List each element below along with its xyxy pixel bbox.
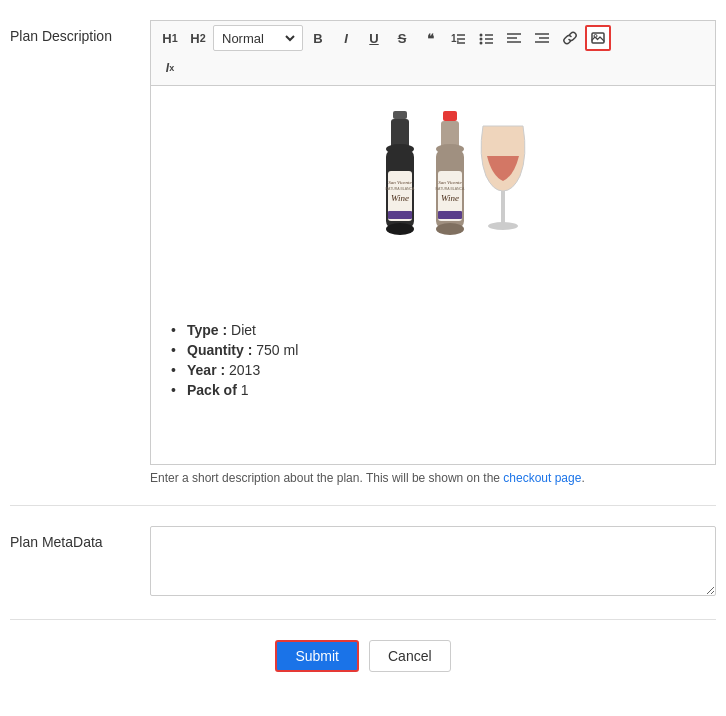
svg-rect-28	[443, 111, 457, 121]
blockquote-button[interactable]: ❝	[417, 25, 443, 51]
year-label: Year :	[187, 362, 229, 378]
underline-button[interactable]: U	[361, 25, 387, 51]
svg-text:NATURA BLANCA: NATURA BLANCA	[386, 187, 416, 191]
plan-description-row: Plan Description H1 H2 Normal Heading 1 …	[10, 20, 716, 485]
unordered-list-button[interactable]	[473, 25, 499, 51]
type-label: Type :	[187, 322, 231, 338]
svg-text:San Vicente: San Vicente	[388, 180, 412, 185]
plan-metadata-content	[150, 526, 716, 599]
strikethrough-button[interactable]: S	[389, 25, 415, 51]
svg-text:Wine: Wine	[441, 193, 459, 203]
svg-point-32	[436, 223, 464, 235]
helper-prefix: Enter a short description about the plan…	[150, 471, 503, 485]
plan-metadata-label: Plan MetaData	[10, 526, 150, 550]
type-value: Diet	[231, 322, 256, 338]
h2-button[interactable]: H2	[185, 25, 211, 51]
pack-value: 1	[241, 382, 249, 398]
action-buttons: Submit Cancel	[10, 640, 716, 672]
list-item-quantity: Quantity : 750 ml	[171, 342, 705, 358]
section-divider	[10, 505, 716, 506]
editor-content-area[interactable]: San Vicente NATURA BLANCA Wine	[150, 85, 716, 465]
italic-button[interactable]: I	[333, 25, 359, 51]
checkout-link[interactable]: checkout page	[503, 471, 581, 485]
plan-metadata-row: Plan MetaData	[10, 526, 716, 599]
svg-rect-27	[388, 211, 412, 219]
year-value: 2013	[229, 362, 260, 378]
image-button[interactable]	[585, 25, 611, 51]
format-select-wrapper[interactable]: Normal Heading 1 Heading 2 Heading 3	[213, 25, 303, 51]
quantity-label: Quantity :	[187, 342, 256, 358]
svg-text:San Vicente: San Vicente	[438, 180, 462, 185]
helper-suffix: .	[581, 471, 584, 485]
list-item-year: Year : 2013	[171, 362, 705, 378]
svg-point-22	[386, 223, 414, 235]
wine-image-container: San Vicente NATURA BLANCA Wine	[161, 96, 705, 306]
plan-metadata-input[interactable]	[150, 526, 716, 596]
svg-point-4	[480, 34, 483, 37]
action-divider	[10, 619, 716, 620]
product-details-list: Type : Diet Quantity : 750 ml Year : 201…	[161, 322, 705, 398]
link-button[interactable]	[557, 25, 583, 51]
svg-text:NATURA BLANCA: NATURA BLANCA	[436, 187, 466, 191]
cancel-button[interactable]: Cancel	[369, 640, 451, 672]
list-item-pack: Pack of 1	[171, 382, 705, 398]
plan-description-label: Plan Description	[10, 20, 150, 44]
svg-rect-38	[501, 191, 505, 226]
svg-rect-18	[393, 111, 407, 119]
quantity-value: 750 ml	[256, 342, 298, 358]
clear-format-button[interactable]: Ix	[157, 55, 183, 81]
helper-text: Enter a short description about the plan…	[150, 471, 716, 485]
svg-rect-37	[438, 211, 462, 219]
format-select[interactable]: Normal Heading 1 Heading 2 Heading 3	[218, 30, 298, 47]
align-right-button[interactable]	[529, 25, 555, 51]
h1-button[interactable]: H1	[157, 25, 183, 51]
submit-button[interactable]: Submit	[275, 640, 359, 672]
svg-point-8	[480, 42, 483, 45]
ordered-list-button[interactable]: 1.	[445, 25, 471, 51]
bold-button[interactable]: B	[305, 25, 331, 51]
svg-text:Wine: Wine	[391, 193, 409, 203]
wine-image: San Vicente NATURA BLANCA Wine	[333, 106, 533, 296]
editor-toolbar: H1 H2 Normal Heading 1 Heading 2 Heading…	[150, 20, 716, 85]
list-item-type: Type : Diet	[171, 322, 705, 338]
svg-point-6	[480, 38, 483, 41]
plan-description-editor: H1 H2 Normal Heading 1 Heading 2 Heading…	[150, 20, 716, 485]
align-left-button[interactable]	[501, 25, 527, 51]
pack-label: Pack of	[187, 382, 241, 398]
svg-point-39	[488, 222, 518, 230]
